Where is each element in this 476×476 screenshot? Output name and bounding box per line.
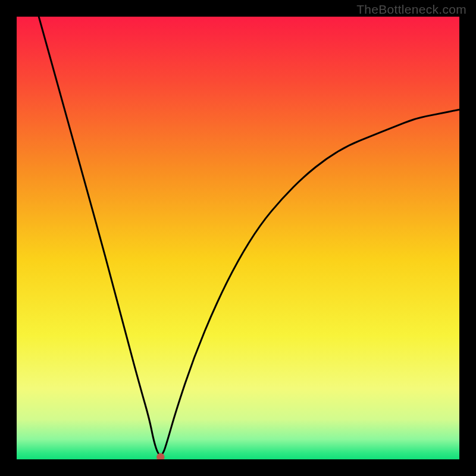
chart-svg — [17, 17, 459, 459]
plot-background — [17, 17, 459, 459]
chart-frame: TheBottleneck.com — [0, 0, 476, 476]
plot-area — [17, 17, 459, 459]
watermark-text: TheBottleneck.com — [356, 2, 466, 17]
